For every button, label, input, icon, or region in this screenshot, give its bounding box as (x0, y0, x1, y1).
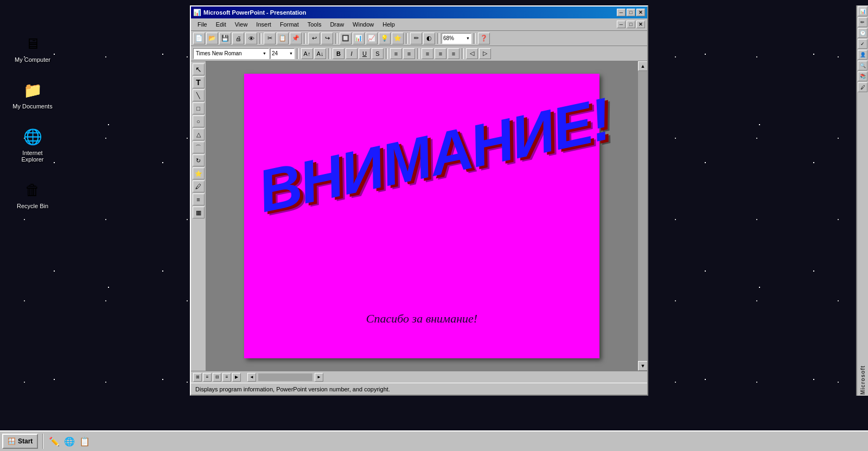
start-icon: 🪟 (8, 437, 16, 445)
inner-close-button[interactable]: ✕ (636, 21, 645, 28)
scroll-up-btn[interactable]: ▲ (638, 61, 647, 71)
inner-maximize-button[interactable]: □ (627, 21, 635, 28)
window-title: Microsoft PowerPoint - Presentation (203, 9, 306, 16)
my-documents-icon[interactable]: 📁 My Documents (11, 79, 54, 109)
fmt-sep2 (328, 48, 330, 59)
sep2 (304, 33, 306, 44)
promote-btn[interactable]: ◁ (466, 48, 478, 59)
notes-view-btn[interactable]: ≡ (222, 373, 231, 382)
redo-btn[interactable]: ↪ (321, 33, 333, 44)
undo-btn[interactable]: ↩ (308, 33, 320, 44)
office-btn-4[interactable]: ✓ (858, 39, 867, 49)
numbered-list-btn[interactable]: ≡ (422, 48, 433, 59)
scroll-left-btn[interactable]: ◄ (247, 373, 256, 382)
taskbar-icon-2[interactable]: 🌐 (63, 435, 76, 448)
list-btn2[interactable]: ≡ (448, 48, 459, 59)
recycle-bin-label: Recycle Bin (17, 203, 48, 209)
scroll-track[interactable] (638, 71, 647, 361)
pen-tool[interactable]: 🖊 (193, 181, 205, 192)
select-tool[interactable]: ↖ (193, 63, 205, 75)
menu-draw[interactable]: Draw (326, 18, 348, 30)
taskbar-icon-1[interactable]: ✏️ (48, 435, 61, 448)
preview-btn[interactable]: 👁 (245, 33, 257, 44)
save-btn[interactable]: 💾 (219, 33, 231, 44)
menu-edit[interactable]: Edit (212, 18, 231, 30)
office-btn-6[interactable]: 🔍 (858, 61, 867, 70)
line-tool[interactable]: ╲ (193, 89, 205, 101)
scroll-down-btn[interactable]: ▼ (638, 361, 647, 371)
menu-help[interactable]: Help (378, 18, 399, 30)
shadow-btn[interactable]: S (372, 48, 384, 59)
menu-format[interactable]: Format (276, 18, 303, 30)
bold-btn[interactable]: B (333, 48, 344, 59)
ellipse-tool[interactable]: ○ (193, 115, 205, 127)
recycle-bin-icon[interactable]: 🗑 Recycle Bin (11, 179, 54, 209)
office-btn-1[interactable]: 📊 (858, 7, 867, 16)
scroll-right-btn[interactable]: ► (315, 373, 323, 382)
draw-btn[interactable]: ✏ (410, 33, 422, 44)
inner-window-controls: ─ □ ✕ (615, 20, 647, 29)
slide-view-btn[interactable]: ⊞ (193, 373, 202, 382)
outline-view-btn[interactable]: ≡ (203, 373, 212, 382)
rotate-tool[interactable]: ↻ (193, 154, 205, 166)
close-button[interactable]: ✕ (636, 9, 645, 16)
insert-table-btn[interactable]: 🔲 (340, 33, 352, 44)
new-btn[interactable]: 📄 (193, 33, 205, 44)
align-left-btn[interactable]: ≡ (390, 48, 402, 59)
taskbar-divider (42, 434, 43, 449)
insert-clip-btn[interactable]: ⭐ (392, 33, 404, 44)
decrease-font-btn[interactable]: A↓ (314, 48, 326, 59)
size-select[interactable]: 24 ▼ (270, 48, 295, 59)
print-btn[interactable]: 🖨 (232, 33, 244, 44)
office-btn-7[interactable]: 📚 (858, 72, 867, 81)
menu-window[interactable]: Window (348, 18, 378, 30)
menu-tools[interactable]: Tools (303, 18, 326, 30)
font-name: Times New Roman (196, 50, 242, 56)
rect-tool[interactable]: □ (193, 102, 205, 114)
zoom-select[interactable]: 68% ▼ (442, 33, 471, 44)
start-button[interactable]: 🪟 Start (2, 434, 38, 449)
curve-tool[interactable]: ⌒ (193, 141, 205, 153)
insert-org-btn[interactable]: 💡 (379, 33, 391, 44)
demote-btn[interactable]: ▷ (479, 48, 491, 59)
inner-minimize-button[interactable]: ─ (617, 21, 626, 28)
menu-insert[interactable]: Insert (252, 18, 276, 30)
grid-tool[interactable]: ▦ (193, 207, 205, 218)
sep4 (406, 33, 408, 44)
arc-tool[interactable]: △ (193, 128, 205, 140)
left-toolbar: ↖ T ╲ □ ○ △ ⌒ ↻ ⭐ 🖊 ≡ ▦ (191, 61, 206, 371)
open-btn[interactable]: 📂 (206, 33, 218, 44)
increase-font-btn[interactable]: A↑ (301, 48, 313, 59)
menu-file[interactable]: File (193, 18, 212, 30)
slide[interactable]: ВНИМАНИЕ! Спасибо за внимание! (244, 74, 599, 358)
help-btn[interactable]: ❓ (478, 33, 490, 44)
minimize-button[interactable]: ─ (617, 9, 626, 16)
copy-btn[interactable]: 📋 (277, 33, 289, 44)
office-btn-3[interactable]: 🕐 (858, 28, 867, 38)
fill-tool[interactable]: ≡ (193, 194, 205, 205)
text-tool[interactable]: T (193, 76, 205, 88)
h-scroll-track[interactable] (258, 373, 312, 381)
menu-view[interactable]: View (231, 18, 252, 30)
bw-btn[interactable]: ◐ (423, 33, 435, 44)
paste-btn[interactable]: 📌 (290, 33, 302, 44)
taskbar-icon-3[interactable]: 📋 (78, 435, 91, 448)
office-btn-8[interactable]: 🖊 (858, 82, 867, 92)
insert-graph-btn[interactable]: 📈 (366, 33, 378, 44)
internet-explorer-icon[interactable]: 🌐 Internet Explorer (11, 126, 54, 163)
my-documents-image: 📁 (22, 79, 43, 101)
italic-btn[interactable]: I (346, 48, 358, 59)
office-btn-5[interactable]: 👤 (858, 50, 867, 60)
underline-btn[interactable]: U (359, 48, 371, 59)
slideshow-btn[interactable]: ▶ (232, 373, 241, 382)
office-btn-2[interactable]: ✏ (858, 17, 867, 27)
align-center-btn[interactable]: ≡ (403, 48, 415, 59)
slide-sorter-btn[interactable]: ⊟ (213, 373, 221, 382)
star-tool[interactable]: ⭐ (193, 167, 205, 179)
my-computer-icon[interactable]: 🖥 My Computer (11, 33, 54, 63)
bullet-list-btn[interactable]: ≡ (435, 48, 446, 59)
maximize-button[interactable]: □ (627, 9, 635, 16)
cut-btn[interactable]: ✂ (264, 33, 276, 44)
insert-chart-btn[interactable]: 📊 (353, 33, 365, 44)
font-select[interactable]: Times New Roman ▼ (193, 48, 269, 59)
